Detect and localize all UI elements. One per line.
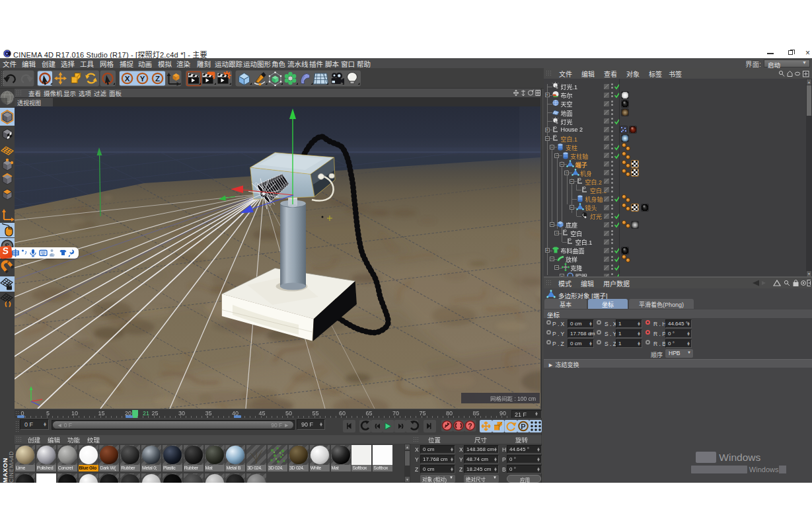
- svg-text:网格间距 : 100 cm: 网格间距 : 100 cm: [490, 395, 536, 402]
- svg-text:X: X: [125, 75, 130, 83]
- svg-text:Y: Y: [140, 75, 145, 83]
- svg-text:Z: Z: [155, 75, 160, 83]
- svg-text:P: P: [521, 423, 525, 430]
- svg-text:?: ?: [468, 422, 472, 430]
